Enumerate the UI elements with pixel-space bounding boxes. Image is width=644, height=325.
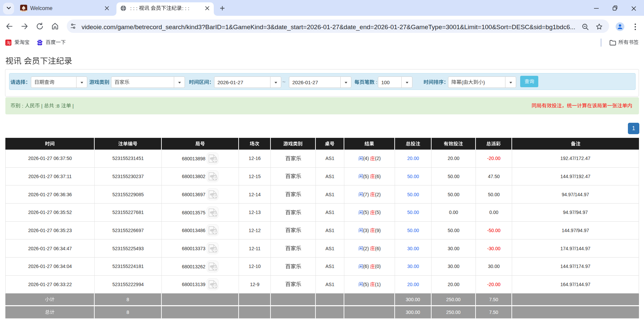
svg-text:du: du	[38, 42, 42, 45]
